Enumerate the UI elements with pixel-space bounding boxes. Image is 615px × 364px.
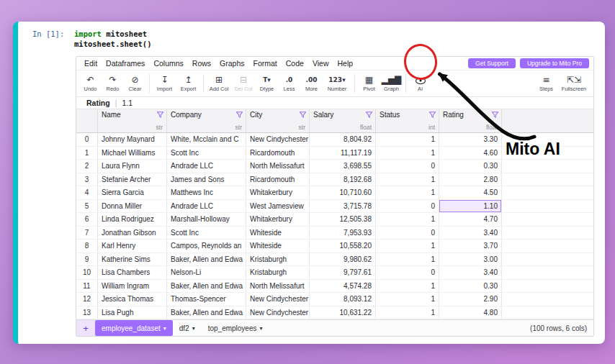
toolbar-button-more[interactable]: .00More: [300, 70, 323, 96]
column-header-salary[interactable]: Salaryfloat: [310, 109, 376, 132]
cell[interactable]: 3.00: [439, 253, 502, 266]
menu-format[interactable]: Format: [249, 59, 282, 68]
cell[interactable]: Thomas-Spencer: [167, 293, 246, 306]
add-sheet-button[interactable]: +: [76, 320, 95, 336]
cell[interactable]: West Jamesview: [246, 200, 310, 213]
toolbar-button-less[interactable]: .0Less: [278, 70, 300, 96]
cell[interactable]: New Cindychester: [246, 306, 310, 319]
menu-graphs[interactable]: Graphs: [215, 59, 248, 68]
cell[interactable]: 0: [376, 200, 439, 213]
cell[interactable]: 4,574.28: [310, 280, 376, 293]
cell[interactable]: New Cindychester: [246, 293, 310, 306]
cell[interactable]: 1: [376, 253, 439, 266]
row-index[interactable]: 12: [76, 293, 98, 306]
get-support-button[interactable]: Get Support: [468, 58, 516, 68]
menu-rows[interactable]: Rows: [188, 59, 215, 68]
cell[interactable]: Ricardomouth: [246, 147, 310, 160]
row-index[interactable]: 6: [76, 213, 98, 226]
cell[interactable]: Whiteside: [246, 240, 310, 252]
cell[interactable]: 10,631.22: [310, 306, 376, 319]
cell[interactable]: North Melissafurt: [246, 160, 310, 173]
row-index[interactable]: 5: [76, 200, 98, 213]
cell[interactable]: 10,558.20: [310, 240, 376, 252]
cell[interactable]: 4.60: [439, 147, 502, 160]
cell[interactable]: Laura Flynn: [98, 160, 167, 173]
cell[interactable]: Ricardomouth: [246, 173, 310, 186]
toolbar-button-redo[interactable]: ↷Redo: [102, 70, 124, 96]
menu-edit[interactable]: Edit: [80, 59, 102, 68]
cell[interactable]: 8,804.92: [310, 133, 376, 146]
cell[interactable]: 1: [376, 186, 439, 199]
row-index[interactable]: 4: [76, 186, 98, 199]
cell[interactable]: 9,980.62: [310, 253, 376, 266]
filter-icon[interactable]: [235, 111, 243, 120]
cell[interactable]: Campos, Reynolds an: [167, 240, 246, 252]
cell[interactable]: Whitakerbury: [246, 213, 310, 226]
cell[interactable]: 0: [376, 266, 439, 279]
cell[interactable]: 4.70: [439, 213, 502, 226]
toolbar-button-number[interactable]: 123▾Number: [323, 70, 351, 96]
cell[interactable]: Stefanie Archer: [98, 173, 167, 186]
row-index[interactable]: 1: [76, 147, 98, 160]
row-index[interactable]: 11: [76, 280, 98, 293]
cell[interactable]: Baker, Allen and Edwa: [167, 280, 246, 293]
cell[interactable]: 2.80: [439, 173, 502, 186]
cell[interactable]: Jessica Thomas: [98, 293, 167, 306]
cell[interactable]: 8,093.12: [310, 293, 376, 306]
upgrade-button[interactable]: Upgrade to Mito Pro: [520, 58, 589, 68]
toolbar-button-add-col[interactable]: ⊞Add Col: [207, 70, 231, 96]
cell[interactable]: Donna Miller: [98, 200, 167, 213]
cell[interactable]: Lisa Chambers: [98, 266, 167, 279]
cell[interactable]: 1: [376, 293, 439, 306]
cell[interactable]: Andrade LLC: [167, 160, 246, 173]
cell[interactable]: 1.10: [439, 200, 502, 213]
cell[interactable]: Kristaburgh: [246, 253, 310, 266]
menu-dataframes[interactable]: Dataframes: [102, 59, 149, 68]
cell[interactable]: Lisa Pugh: [98, 306, 167, 319]
cell[interactable]: Sierra Garcia: [98, 186, 167, 199]
filter-icon[interactable]: [365, 111, 373, 120]
cell[interactable]: 9,797.61: [310, 266, 376, 279]
row-index[interactable]: 0: [76, 133, 98, 146]
cell[interactable]: 7,953.93: [310, 227, 376, 240]
column-header-name[interactable]: Namestr: [98, 109, 167, 132]
column-header-company[interactable]: Companystr: [167, 109, 246, 132]
filter-icon[interactable]: [428, 111, 436, 120]
cell[interactable]: 3,698.55: [310, 160, 376, 173]
cell[interactable]: 1: [376, 213, 439, 226]
formula-value[interactable]: 1.1: [122, 99, 133, 107]
cell[interactable]: 10,710.60: [310, 186, 376, 199]
row-index[interactable]: 7: [76, 227, 98, 240]
row-index[interactable]: 2: [76, 160, 98, 173]
cell[interactable]: 0.30: [439, 280, 502, 293]
code-editor[interactable]: import mitosheet mitosheet.sheet(): [74, 29, 151, 49]
toolbar-button-steps[interactable]: ≡Steps: [535, 70, 557, 96]
row-index[interactable]: 3: [76, 173, 98, 186]
toolbar-button-import[interactable]: ↧Import: [153, 70, 176, 96]
cell[interactable]: 3.30: [439, 133, 502, 146]
cell[interactable]: New Cindychester: [246, 133, 310, 146]
sheet-tab-df2[interactable]: df2▾: [173, 320, 202, 336]
menu-view[interactable]: View: [308, 59, 333, 68]
toolbar-button-export[interactable]: ↥Export: [176, 70, 200, 96]
cell[interactable]: Whitakerbury: [246, 186, 310, 199]
cell[interactable]: Baker, Allen and Edwa: [167, 253, 246, 266]
cell[interactable]: James and Sons: [167, 173, 246, 186]
cell[interactable]: Andrade LLC: [167, 200, 246, 213]
toolbar-button-fullscreen[interactable]: ⇱⇲Fullscreen: [557, 70, 591, 96]
cell[interactable]: 1: [376, 173, 439, 186]
cell[interactable]: 0: [376, 227, 439, 240]
cell[interactable]: White, Mcclain and C: [167, 133, 246, 146]
toolbar-button-pivot[interactable]: ▦Pivot: [358, 70, 380, 96]
cell[interactable]: North Melissafurt: [246, 280, 310, 293]
cell[interactable]: 0.30: [439, 160, 502, 173]
menu-code[interactable]: Code: [282, 59, 308, 68]
row-index[interactable]: 8: [76, 240, 98, 252]
cell[interactable]: 4.80: [439, 306, 502, 319]
row-index[interactable]: 13: [76, 306, 98, 319]
cell[interactable]: Scott Inc: [167, 147, 246, 160]
cell[interactable]: Nelson-Li: [167, 266, 246, 279]
cell[interactable]: Michael Williams: [98, 147, 167, 160]
sheet-tab-top_employees[interactable]: top_employees▾: [202, 320, 269, 336]
toolbar-button-clear[interactable]: ⊘Clear: [124, 70, 146, 96]
